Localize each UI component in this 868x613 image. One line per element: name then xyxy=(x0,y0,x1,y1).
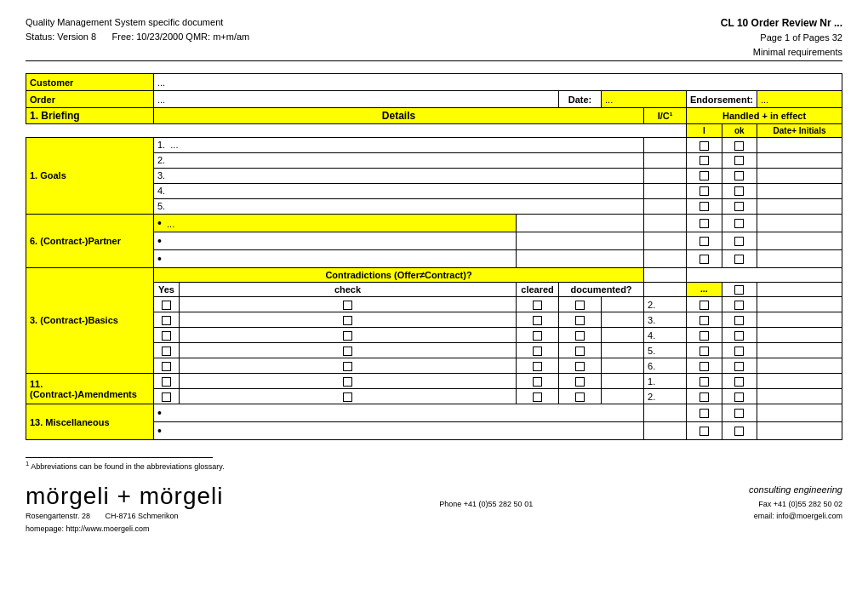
b5-ok[interactable] xyxy=(722,343,757,358)
partner-1-date[interactable] xyxy=(757,214,842,232)
customer-value[interactable]: ... xyxy=(154,74,842,91)
date-label: Date: xyxy=(559,91,602,108)
basics-1-i[interactable] xyxy=(722,282,757,297)
b6-yes[interactable] xyxy=(154,358,180,374)
goal-1-date[interactable] xyxy=(757,138,842,153)
b2-check[interactable] xyxy=(180,297,517,312)
goal-1-ok[interactable] xyxy=(722,138,757,153)
am1-cleared[interactable] xyxy=(517,374,559,389)
b2-date[interactable] xyxy=(757,297,842,312)
am1-doc[interactable] xyxy=(559,374,602,389)
b2-cleared[interactable] xyxy=(517,297,559,312)
goal-1-i[interactable] xyxy=(687,138,722,153)
basics-1-val[interactable]: ... xyxy=(687,282,722,297)
b2-i[interactable] xyxy=(687,297,722,312)
b3-doc[interactable] xyxy=(559,312,602,328)
endorsement-value[interactable]: ... xyxy=(757,91,842,108)
goal-3-ok[interactable] xyxy=(722,168,757,183)
am1-yes[interactable] xyxy=(154,374,180,389)
am1-check[interactable] xyxy=(180,374,517,389)
b6-date[interactable] xyxy=(757,358,842,374)
footnote: 1 Abbreviations can be found in the abbr… xyxy=(26,460,842,471)
partner-bullet-2[interactable]: • xyxy=(154,232,517,249)
b2-yes[interactable] xyxy=(154,297,180,312)
basics-1-date[interactable] xyxy=(757,282,842,297)
b6-ok[interactable] xyxy=(722,358,757,374)
goal-5-ok[interactable] xyxy=(722,198,757,214)
b3-check[interactable] xyxy=(180,312,517,328)
b3-i[interactable] xyxy=(687,312,722,328)
misc-bullet-2[interactable]: • xyxy=(154,422,644,440)
b5-cleared[interactable] xyxy=(517,343,559,358)
b3-date[interactable] xyxy=(757,312,842,328)
partner-3-date[interactable] xyxy=(757,249,842,267)
am2-date[interactable] xyxy=(757,389,842,404)
b4-date[interactable] xyxy=(757,328,842,343)
partner-3-i[interactable] xyxy=(687,249,722,267)
b6-i[interactable] xyxy=(687,358,722,374)
b5-i[interactable] xyxy=(687,343,722,358)
am2-check[interactable] xyxy=(180,389,517,404)
b6-cleared[interactable] xyxy=(517,358,559,374)
goal-2-date[interactable] xyxy=(757,152,842,168)
b5-check[interactable] xyxy=(180,343,517,358)
b3-ok[interactable] xyxy=(722,312,757,328)
b5-date[interactable] xyxy=(757,343,842,358)
b3-yes[interactable] xyxy=(154,312,180,328)
partner-2-ok[interactable] xyxy=(722,232,757,249)
goal-3-i[interactable] xyxy=(687,168,722,183)
b5-yes[interactable] xyxy=(154,343,180,358)
goal-5-date[interactable] xyxy=(757,198,842,214)
am2-doc[interactable] xyxy=(559,389,602,404)
partner-3-ok[interactable] xyxy=(722,249,757,267)
free-label: Free: 10/23/2000 QMR: m+m/am xyxy=(112,32,250,42)
goal-4-i[interactable] xyxy=(687,183,722,198)
b4-ok[interactable] xyxy=(722,328,757,343)
am2-ok[interactable] xyxy=(722,389,757,404)
goal-2-ok[interactable] xyxy=(722,152,757,168)
am1-ok[interactable] xyxy=(722,374,757,389)
misc-2-date[interactable] xyxy=(757,422,842,440)
partner-1-i[interactable] xyxy=(687,214,722,232)
b4-cleared[interactable] xyxy=(517,328,559,343)
b4-doc[interactable] xyxy=(559,328,602,343)
partner-1-ok[interactable] xyxy=(722,214,757,232)
goal-3[interactable]: 3. xyxy=(154,168,644,183)
b4-check[interactable] xyxy=(180,328,517,343)
b4-i[interactable] xyxy=(687,328,722,343)
b2-ok[interactable] xyxy=(722,297,757,312)
partner-2-i[interactable] xyxy=(687,232,722,249)
b2-doc[interactable] xyxy=(559,297,602,312)
basics-label: 3. (Contract-)Basics xyxy=(26,267,154,374)
b5-doc[interactable] xyxy=(559,343,602,358)
misc-1-i[interactable] xyxy=(687,404,722,422)
partner-2-date[interactable] xyxy=(757,232,842,249)
misc-1-date[interactable] xyxy=(757,404,842,422)
goal-5-i[interactable] xyxy=(687,198,722,214)
misc-bullet-1[interactable]: • xyxy=(154,404,644,422)
goal-2[interactable]: 2. xyxy=(154,152,644,168)
am2-yes[interactable] xyxy=(154,389,180,404)
goal-4[interactable]: 4. xyxy=(154,183,644,198)
partner-bullet-1[interactable]: • ... xyxy=(154,214,517,232)
goal-5[interactable]: 5. xyxy=(154,198,644,214)
partner-bullet-3[interactable]: • xyxy=(154,249,517,267)
b6-doc[interactable] xyxy=(559,358,602,374)
misc-1-ok[interactable] xyxy=(722,404,757,422)
goal-3-date[interactable] xyxy=(757,168,842,183)
am2-i[interactable] xyxy=(687,389,722,404)
am1-date[interactable] xyxy=(757,374,842,389)
am1-i[interactable] xyxy=(687,374,722,389)
order-value[interactable]: ... xyxy=(154,91,559,108)
b6-check[interactable] xyxy=(180,358,517,374)
goal-2-i[interactable] xyxy=(687,152,722,168)
goal-1[interactable]: 1. ... xyxy=(154,138,644,153)
misc-2-i[interactable] xyxy=(687,422,722,440)
misc-2-ok[interactable] xyxy=(722,422,757,440)
b3-cleared[interactable] xyxy=(517,312,559,328)
goal-4-ok[interactable] xyxy=(722,183,757,198)
am2-cleared[interactable] xyxy=(517,389,559,404)
b4-yes[interactable] xyxy=(154,328,180,343)
goal-4-date[interactable] xyxy=(757,183,842,198)
date-value[interactable]: ... xyxy=(602,91,687,108)
